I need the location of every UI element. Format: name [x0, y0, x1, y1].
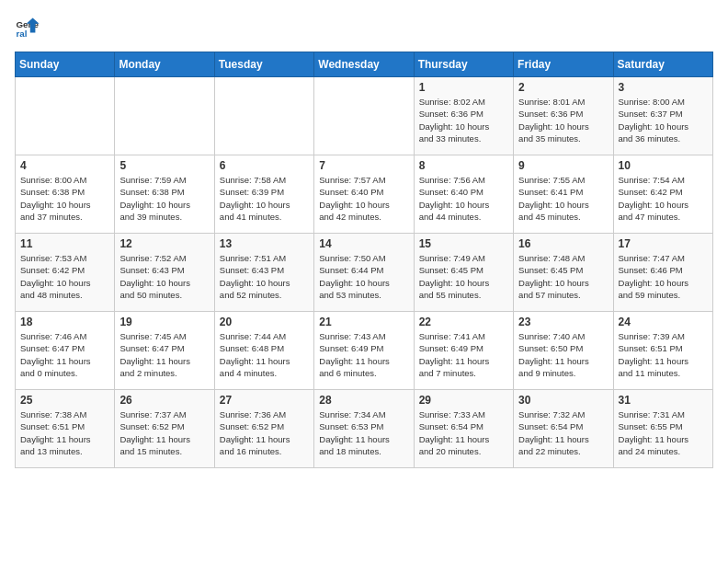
day-info: Sunrise: 7:53 AMSunset: 6:42 PMDaylight:… — [20, 252, 109, 301]
day-info: Sunrise: 7:49 AMSunset: 6:45 PMDaylight:… — [419, 252, 508, 301]
day-cell — [214, 77, 313, 155]
day-info: Sunrise: 7:43 AMSunset: 6:49 PMDaylight:… — [319, 330, 408, 379]
day-number: 30 — [518, 394, 608, 407]
day-number: 2 — [518, 81, 608, 94]
day-cell: 6Sunrise: 7:58 AMSunset: 6:39 PMDaylight… — [214, 155, 313, 234]
day-number: 25 — [20, 394, 109, 407]
day-number: 28 — [319, 394, 408, 407]
day-info: Sunrise: 7:47 AMSunset: 6:46 PMDaylight:… — [619, 252, 708, 301]
day-cell: 28Sunrise: 7:34 AMSunset: 6:53 PMDayligh… — [314, 390, 414, 468]
day-info: Sunrise: 8:01 AMSunset: 6:36 PMDaylight:… — [518, 96, 608, 144]
day-info: Sunrise: 7:33 AMSunset: 6:54 PMDaylight:… — [419, 408, 508, 457]
day-info: Sunrise: 7:44 AMSunset: 6:48 PMDaylight:… — [220, 330, 309, 379]
day-info: Sunrise: 7:31 AMSunset: 6:55 PMDaylight:… — [619, 408, 708, 457]
day-cell: 27Sunrise: 7:36 AMSunset: 6:52 PMDayligh… — [214, 390, 313, 468]
day-info: Sunrise: 7:36 AMSunset: 6:52 PMDaylight:… — [220, 408, 309, 457]
weekday-header-sunday: Sunday — [16, 52, 115, 77]
day-number: 3 — [619, 81, 708, 94]
day-number: 16 — [518, 237, 608, 250]
svg-text:ral: ral — [16, 29, 27, 39]
logo: Gene ral — [15, 15, 44, 40]
weekday-header-thursday: Thursday — [414, 52, 513, 77]
day-info: Sunrise: 7:59 AMSunset: 6:38 PMDaylight:… — [119, 174, 209, 223]
day-cell: 18Sunrise: 7:46 AMSunset: 6:47 PMDayligh… — [16, 312, 115, 390]
day-cell: 22Sunrise: 7:41 AMSunset: 6:49 PMDayligh… — [414, 312, 513, 390]
day-info: Sunrise: 7:55 AMSunset: 6:41 PMDaylight:… — [518, 174, 608, 223]
day-cell: 29Sunrise: 7:33 AMSunset: 6:54 PMDayligh… — [414, 390, 513, 468]
day-cell: 15Sunrise: 7:49 AMSunset: 6:45 PMDayligh… — [414, 234, 513, 312]
day-info: Sunrise: 7:32 AMSunset: 6:54 PMDaylight:… — [518, 408, 608, 457]
day-number: 4 — [20, 159, 109, 172]
day-number: 6 — [220, 159, 309, 172]
day-cell — [115, 77, 214, 155]
day-number: 18 — [20, 316, 109, 328]
day-number: 29 — [419, 394, 508, 407]
day-cell: 11Sunrise: 7:53 AMSunset: 6:42 PMDayligh… — [16, 234, 115, 312]
day-number: 23 — [518, 316, 608, 328]
day-cell: 5Sunrise: 7:59 AMSunset: 6:38 PMDaylight… — [115, 155, 214, 234]
day-number: 21 — [319, 316, 408, 328]
calendar-table: SundayMondayTuesdayWednesdayThursdayFrid… — [15, 52, 713, 468]
day-number: 20 — [220, 316, 309, 328]
day-number: 26 — [119, 394, 209, 407]
day-info: Sunrise: 7:52 AMSunset: 6:43 PMDaylight:… — [119, 252, 209, 301]
day-cell: 3Sunrise: 8:00 AMSunset: 6:37 PMDaylight… — [613, 77, 712, 155]
day-info: Sunrise: 7:56 AMSunset: 6:40 PMDaylight:… — [419, 174, 508, 223]
day-cell: 25Sunrise: 7:38 AMSunset: 6:51 PMDayligh… — [16, 390, 115, 468]
day-number: 22 — [419, 316, 508, 328]
day-info: Sunrise: 7:50 AMSunset: 6:44 PMDaylight:… — [319, 252, 408, 301]
day-number: 10 — [619, 159, 708, 172]
day-number: 13 — [220, 237, 309, 250]
weekday-header-row: SundayMondayTuesdayWednesdayThursdayFrid… — [16, 52, 713, 77]
day-info: Sunrise: 7:34 AMSunset: 6:53 PMDaylight:… — [319, 408, 408, 457]
day-number: 7 — [319, 159, 408, 172]
day-cell: 14Sunrise: 7:50 AMSunset: 6:44 PMDayligh… — [314, 234, 414, 312]
day-cell: 12Sunrise: 7:52 AMSunset: 6:43 PMDayligh… — [115, 234, 214, 312]
day-info: Sunrise: 7:38 AMSunset: 6:51 PMDaylight:… — [20, 408, 109, 457]
day-cell: 31Sunrise: 7:31 AMSunset: 6:55 PMDayligh… — [613, 390, 712, 468]
week-row-1: 1Sunrise: 8:02 AMSunset: 6:36 PMDaylight… — [16, 77, 713, 155]
day-info: Sunrise: 8:02 AMSunset: 6:36 PMDaylight:… — [419, 96, 508, 144]
day-number: 11 — [20, 237, 109, 250]
day-cell: 9Sunrise: 7:55 AMSunset: 6:41 PMDaylight… — [514, 155, 613, 234]
day-number: 31 — [619, 394, 708, 407]
day-cell — [314, 77, 414, 155]
day-cell: 23Sunrise: 7:40 AMSunset: 6:50 PMDayligh… — [514, 312, 613, 390]
day-number: 15 — [419, 237, 508, 250]
day-cell: 4Sunrise: 8:00 AMSunset: 6:38 PMDaylight… — [16, 155, 115, 234]
weekday-header-saturday: Saturday — [613, 52, 712, 77]
page-header: Gene ral — [15, 15, 713, 40]
day-info: Sunrise: 7:39 AMSunset: 6:51 PMDaylight:… — [619, 330, 708, 379]
day-cell: 8Sunrise: 7:56 AMSunset: 6:40 PMDaylight… — [414, 155, 513, 234]
day-cell: 16Sunrise: 7:48 AMSunset: 6:45 PMDayligh… — [514, 234, 613, 312]
day-number: 1 — [419, 81, 508, 94]
day-number: 14 — [319, 237, 408, 250]
day-cell: 1Sunrise: 8:02 AMSunset: 6:36 PMDaylight… — [414, 77, 513, 155]
day-info: Sunrise: 7:46 AMSunset: 6:47 PMDaylight:… — [20, 330, 109, 379]
day-info: Sunrise: 7:40 AMSunset: 6:50 PMDaylight:… — [518, 330, 608, 379]
day-info: Sunrise: 8:00 AMSunset: 6:38 PMDaylight:… — [20, 174, 109, 223]
day-cell — [16, 77, 115, 155]
weekday-header-friday: Friday — [514, 52, 613, 77]
day-info: Sunrise: 7:58 AMSunset: 6:39 PMDaylight:… — [220, 174, 309, 223]
day-cell: 17Sunrise: 7:47 AMSunset: 6:46 PMDayligh… — [613, 234, 712, 312]
day-info: Sunrise: 7:51 AMSunset: 6:43 PMDaylight:… — [220, 252, 309, 301]
day-info: Sunrise: 7:41 AMSunset: 6:49 PMDaylight:… — [419, 330, 508, 379]
week-row-5: 25Sunrise: 7:38 AMSunset: 6:51 PMDayligh… — [16, 390, 713, 468]
day-cell: 10Sunrise: 7:54 AMSunset: 6:42 PMDayligh… — [613, 155, 712, 234]
day-info: Sunrise: 7:57 AMSunset: 6:40 PMDaylight:… — [319, 174, 408, 223]
day-number: 9 — [518, 159, 608, 172]
day-cell: 24Sunrise: 7:39 AMSunset: 6:51 PMDayligh… — [613, 312, 712, 390]
weekday-header-wednesday: Wednesday — [314, 52, 414, 77]
week-row-4: 18Sunrise: 7:46 AMSunset: 6:47 PMDayligh… — [16, 312, 713, 390]
day-number: 19 — [119, 316, 209, 328]
day-cell: 21Sunrise: 7:43 AMSunset: 6:49 PMDayligh… — [314, 312, 414, 390]
day-number: 8 — [419, 159, 508, 172]
day-info: Sunrise: 7:48 AMSunset: 6:45 PMDaylight:… — [518, 252, 608, 301]
day-number: 27 — [220, 394, 309, 407]
weekday-header-tuesday: Tuesday — [214, 52, 313, 77]
day-cell: 26Sunrise: 7:37 AMSunset: 6:52 PMDayligh… — [115, 390, 214, 468]
day-number: 17 — [619, 237, 708, 250]
day-cell: 20Sunrise: 7:44 AMSunset: 6:48 PMDayligh… — [214, 312, 313, 390]
logo-icon: Gene ral — [15, 15, 40, 40]
